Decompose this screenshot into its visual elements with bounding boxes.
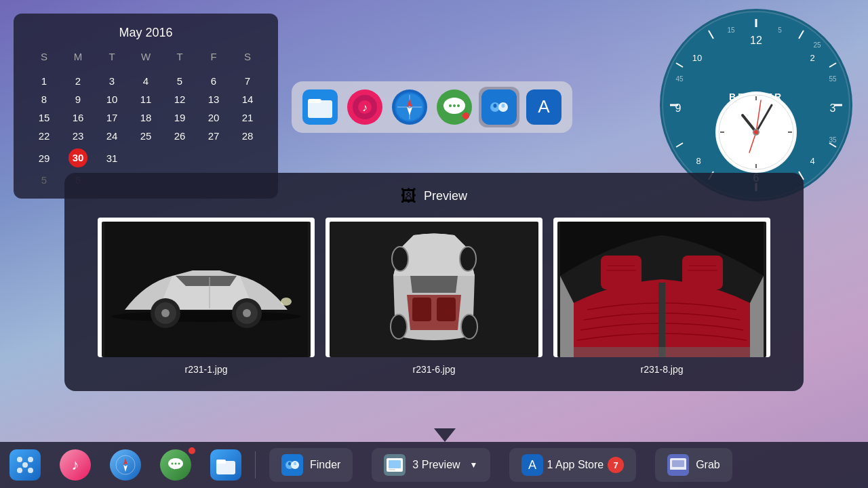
finder-dock-item[interactable]: Finder bbox=[269, 448, 353, 482]
svg-point-105 bbox=[178, 463, 180, 465]
messages-dock-badge bbox=[189, 447, 195, 454]
preview-dropdown-arrow: ▼ bbox=[470, 460, 478, 470]
grab-dock-item[interactable]: Grab bbox=[655, 448, 732, 482]
dock-divider-1 bbox=[255, 451, 256, 479]
svg-text:5: 5 bbox=[778, 26, 782, 34]
dock-safari[interactable] bbox=[100, 442, 151, 488]
safari-icon bbox=[110, 449, 141, 481]
app-switcher-messages[interactable] bbox=[434, 87, 475, 127]
appstore-dock-item[interactable]: A 1 App Store 7 bbox=[509, 448, 637, 482]
svg-rect-82 bbox=[437, 298, 456, 321]
app-switcher: ♪ bbox=[292, 81, 572, 133]
today-cell[interactable]: 30 bbox=[61, 145, 95, 171]
svg-point-93 bbox=[17, 457, 22, 462]
preview-filename-1: r231-1.jpg bbox=[184, 364, 227, 375]
appstore-dock-label: 1 App Store bbox=[547, 459, 604, 471]
svg-point-78 bbox=[281, 298, 292, 306]
svg-text:♪: ♪ bbox=[362, 102, 368, 113]
svg-rect-107 bbox=[216, 460, 226, 464]
svg-point-74 bbox=[161, 309, 170, 317]
app-switcher-itunes[interactable]: ♪ bbox=[344, 87, 385, 127]
svg-rect-116 bbox=[389, 469, 395, 470]
finder-icon bbox=[481, 89, 517, 125]
svg-marker-100 bbox=[123, 465, 127, 472]
svg-point-71 bbox=[111, 311, 301, 322]
preview-item-1[interactable]: r231-1.jpg bbox=[98, 218, 315, 375]
preview-frame-3 bbox=[553, 218, 770, 357]
preview-img-2 bbox=[330, 222, 538, 357]
finder-dock-icon bbox=[281, 454, 303, 476]
weekday-mon: M bbox=[61, 48, 95, 65]
svg-point-95 bbox=[17, 468, 22, 473]
svg-marker-99 bbox=[123, 458, 127, 465]
messages-icon bbox=[160, 449, 191, 481]
preview-dock-item[interactable]: 3 Preview ▼ bbox=[372, 448, 490, 482]
calendar-grid: S M T W T F S 1 2 3 bbox=[27, 48, 264, 189]
preview-img-3 bbox=[557, 222, 766, 357]
svg-text:9: 9 bbox=[675, 102, 682, 114]
svg-text:10: 10 bbox=[692, 53, 702, 63]
calendar-week-1 bbox=[27, 65, 264, 72]
dock-files[interactable] bbox=[201, 442, 251, 488]
svg-text:A: A bbox=[528, 458, 536, 472]
svg-point-86 bbox=[461, 314, 477, 339]
calendar-week-4: 15 16 17 18 19 20 21 bbox=[27, 108, 264, 127]
svg-point-111 bbox=[288, 462, 291, 466]
weekday-sat: S bbox=[231, 48, 264, 65]
preview-title: Preview bbox=[424, 189, 467, 203]
files-icon bbox=[210, 449, 241, 481]
weekday-wed: W bbox=[129, 48, 163, 65]
svg-point-97 bbox=[22, 462, 28, 468]
preview-frame-1 bbox=[98, 218, 315, 357]
dock-finder[interactable]: Finder bbox=[260, 442, 362, 488]
svg-point-96 bbox=[28, 468, 33, 473]
grab-dock-icon bbox=[667, 454, 689, 476]
preview-icon: 🖼 bbox=[401, 186, 417, 205]
svg-point-85 bbox=[391, 314, 407, 339]
preview-frame-2 bbox=[326, 218, 542, 357]
dock-grab[interactable]: Grab bbox=[646, 442, 742, 488]
launchpad-icon bbox=[9, 449, 41, 481]
preview-filename-2: r231-6.jpg bbox=[412, 364, 455, 375]
svg-rect-91 bbox=[574, 347, 750, 357]
preview-item-3[interactable]: r231-8.jpg bbox=[553, 218, 770, 375]
app-switcher-appstore[interactable]: A bbox=[524, 87, 564, 127]
weekday-tue: T bbox=[95, 48, 129, 65]
music-icon: ♪ bbox=[347, 89, 382, 125]
svg-point-84 bbox=[460, 247, 476, 271]
preview-img-1 bbox=[102, 222, 311, 357]
preview-images: r231-1.jpg bbox=[81, 218, 787, 375]
svg-point-103 bbox=[172, 463, 174, 465]
preview-callout-pointer bbox=[434, 428, 456, 442]
grab-dock-label: Grab bbox=[696, 459, 720, 471]
dock-preview[interactable]: 3 Preview ▼ bbox=[362, 442, 499, 488]
svg-rect-2 bbox=[308, 99, 321, 103]
dock-messages[interactable] bbox=[151, 442, 201, 488]
preview-dock-icon bbox=[384, 454, 406, 476]
svg-text:15: 15 bbox=[727, 26, 735, 34]
finder-dock-label: Finder bbox=[310, 459, 340, 471]
dock-launchpad[interactable] bbox=[0, 442, 50, 488]
dock-appstore[interactable]: A 1 App Store 7 bbox=[500, 442, 646, 488]
itunes-icon: ♪ bbox=[60, 449, 91, 481]
files-icon bbox=[302, 89, 338, 125]
appstore-dock-icon: A bbox=[521, 454, 543, 476]
svg-rect-89 bbox=[601, 256, 642, 289]
calendar-widget: May 2016 S M T W T F S bbox=[14, 14, 278, 199]
appstore-badge: 7 bbox=[608, 457, 624, 473]
weekday-sun: S bbox=[27, 48, 61, 65]
dock-itunes[interactable]: ♪ bbox=[50, 442, 100, 488]
appstore-icon: A bbox=[526, 89, 561, 125]
messages-icon bbox=[437, 89, 472, 125]
svg-point-24 bbox=[502, 104, 505, 108]
svg-rect-121 bbox=[672, 460, 684, 467]
app-switcher-safari[interactable] bbox=[389, 87, 430, 127]
app-switcher-files[interactable] bbox=[300, 87, 340, 127]
svg-point-17 bbox=[449, 104, 452, 107]
svg-text:2: 2 bbox=[810, 53, 814, 63]
svg-text:3: 3 bbox=[830, 102, 836, 114]
svg-text:8: 8 bbox=[696, 156, 701, 166]
app-switcher-finder[interactable] bbox=[479, 87, 519, 127]
svg-point-112 bbox=[294, 462, 296, 466]
preview-item-2[interactable]: r231-6.jpg bbox=[326, 218, 542, 375]
